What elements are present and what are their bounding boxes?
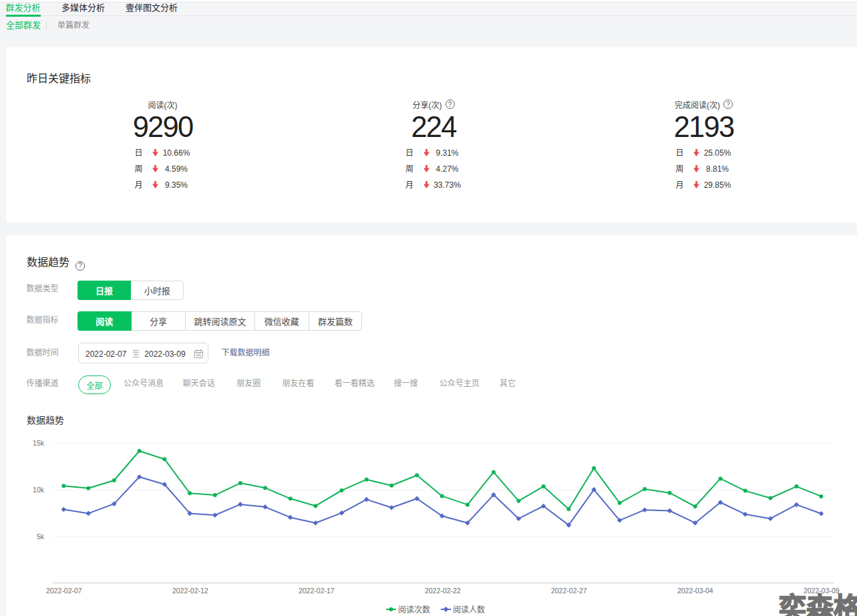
svg-text:15k: 15k (33, 439, 45, 447)
svg-text:2022-02-22: 2022-02-22 (425, 587, 461, 595)
svg-text:10k: 10k (33, 486, 45, 494)
svg-text:2022-02-12: 2022-02-12 (172, 587, 208, 595)
svg-text:2022-02-27: 2022-02-27 (551, 587, 587, 595)
svg-text:5k: 5k (37, 532, 45, 541)
svg-text:2022-02-07: 2022-02-07 (46, 587, 82, 595)
svg-text:2022-02-17: 2022-02-17 (299, 587, 335, 595)
svg-text:2022-03-04: 2022-03-04 (677, 587, 713, 595)
